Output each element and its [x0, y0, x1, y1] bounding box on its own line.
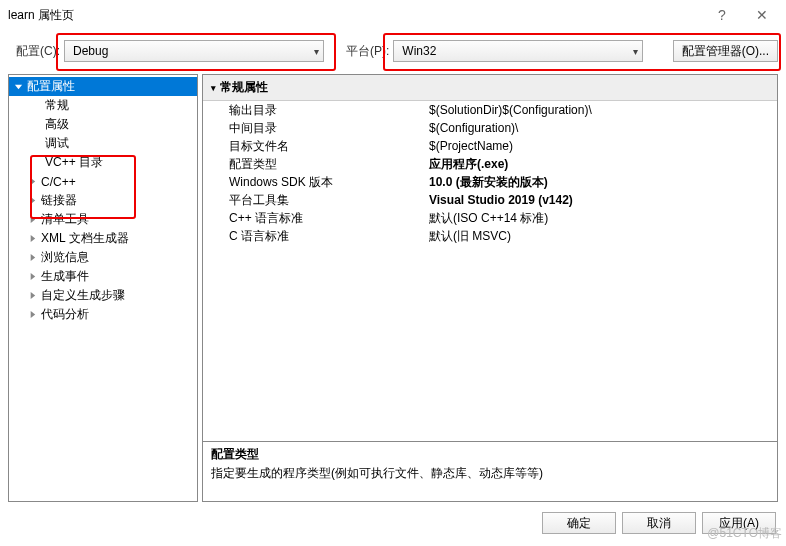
tree-item[interactable]: 高级: [9, 115, 197, 134]
titlebar-controls: ? ✕: [702, 0, 782, 30]
prop-key: 中间目录: [229, 120, 429, 137]
prop-key: C 语言标准: [229, 228, 429, 245]
expander-icon[interactable]: [27, 214, 38, 225]
expander-icon[interactable]: [27, 290, 38, 301]
tree-item[interactable]: 代码分析: [9, 305, 197, 324]
expander-icon[interactable]: [27, 176, 38, 187]
property-row[interactable]: 配置类型应用程序(.exe): [203, 155, 777, 173]
property-row[interactable]: 中间目录$(Configuration)\: [203, 119, 777, 137]
prop-key: Windows SDK 版本: [229, 174, 429, 191]
property-grid[interactable]: 输出目录$(SolutionDir)$(Configuration)\中间目录$…: [203, 101, 777, 441]
cancel-button[interactable]: 取消: [622, 512, 696, 534]
chevron-down-icon: ▾: [211, 83, 216, 93]
property-row[interactable]: C 语言标准默认(旧 MSVC): [203, 227, 777, 245]
tree-root[interactable]: 配置属性: [9, 77, 197, 96]
platform-label: 平台(P):: [346, 43, 389, 60]
property-row[interactable]: 目标文件名$(ProjectName): [203, 137, 777, 155]
watermark: @51CTO博客: [707, 525, 782, 542]
prop-value: 默认(旧 MSVC): [429, 228, 777, 245]
close-icon[interactable]: ✕: [742, 0, 782, 30]
expander-icon[interactable]: [27, 271, 38, 282]
dialog-footer: 确定 取消 应用(A): [0, 502, 786, 534]
platform-combo[interactable]: Win32 ▾: [393, 40, 643, 62]
window-title: learn 属性页: [8, 7, 74, 24]
titlebar: learn 属性页 ? ✕: [0, 0, 786, 30]
expander-icon[interactable]: [27, 195, 38, 206]
prop-key: 输出目录: [229, 102, 429, 119]
property-tree[interactable]: 配置属性 常规 高级 调试 VC++ 目录 C/C++ 链接器 清单工具 XML…: [8, 74, 198, 502]
section-header[interactable]: ▾ 常规属性: [203, 75, 777, 101]
expander-icon[interactable]: [13, 81, 24, 92]
tree-item[interactable]: 常规: [9, 96, 197, 115]
tree-item[interactable]: 调试: [9, 134, 197, 153]
config-value: Debug: [73, 44, 108, 58]
prop-key: 配置类型: [229, 156, 429, 173]
property-row[interactable]: C++ 语言标准默认(ISO C++14 标准): [203, 209, 777, 227]
tree-item[interactable]: 自定义生成步骤: [9, 286, 197, 305]
prop-value: 应用程序(.exe): [429, 156, 777, 173]
tree-item[interactable]: 清单工具: [9, 210, 197, 229]
tree-item[interactable]: 生成事件: [9, 267, 197, 286]
prop-value: 默认(ISO C++14 标准): [429, 210, 777, 227]
desc-body: 指定要生成的程序类型(例如可执行文件、静态库、动态库等等): [211, 465, 769, 482]
config-manager-button[interactable]: 配置管理器(O)...: [673, 40, 778, 62]
property-row[interactable]: Windows SDK 版本10.0 (最新安装的版本): [203, 173, 777, 191]
tree-item-cpp[interactable]: C/C++: [9, 172, 197, 191]
prop-key: 平台工具集: [229, 192, 429, 209]
expander-icon[interactable]: [27, 233, 38, 244]
config-combo[interactable]: Debug ▾: [64, 40, 324, 62]
chevron-down-icon: ▾: [633, 46, 638, 57]
desc-title: 配置类型: [211, 446, 769, 463]
prop-value: $(ProjectName): [429, 139, 777, 153]
expander-icon[interactable]: [27, 309, 38, 320]
property-row[interactable]: 输出目录$(SolutionDir)$(Configuration)\: [203, 101, 777, 119]
prop-value: $(Configuration)\: [429, 121, 777, 135]
main-area: 配置属性 常规 高级 调试 VC++ 目录 C/C++ 链接器 清单工具 XML…: [0, 70, 786, 502]
ok-button[interactable]: 确定: [542, 512, 616, 534]
description-box: 配置类型 指定要生成的程序类型(例如可执行文件、静态库、动态库等等): [203, 441, 777, 501]
tree-item[interactable]: 浏览信息: [9, 248, 197, 267]
config-toolbar: 配置(C): Debug ▾ 平台(P): Win32 ▾ 配置管理器(O)..…: [0, 30, 786, 70]
prop-key: 目标文件名: [229, 138, 429, 155]
property-row[interactable]: 平台工具集Visual Studio 2019 (v142): [203, 191, 777, 209]
prop-key: C++ 语言标准: [229, 210, 429, 227]
prop-value: 10.0 (最新安装的版本): [429, 174, 777, 191]
tree-item[interactable]: XML 文档生成器: [9, 229, 197, 248]
chevron-down-icon: ▾: [314, 46, 319, 57]
prop-value: $(SolutionDir)$(Configuration)\: [429, 103, 777, 117]
platform-value: Win32: [402, 44, 436, 58]
config-label: 配置(C):: [16, 43, 60, 60]
prop-value: Visual Studio 2019 (v142): [429, 193, 777, 207]
property-panel: ▾ 常规属性 输出目录$(SolutionDir)$(Configuration…: [202, 74, 778, 502]
tree-item[interactable]: VC++ 目录: [9, 153, 197, 172]
expander-icon[interactable]: [27, 252, 38, 263]
help-icon[interactable]: ?: [702, 0, 742, 30]
tree-item-linker[interactable]: 链接器: [9, 191, 197, 210]
